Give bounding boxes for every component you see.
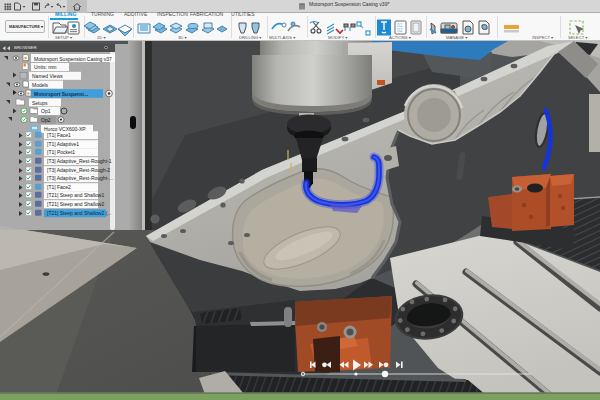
svg-text:[T21] Steep and Shallow2 (...: [T21] Steep and Shallow2 (... (47, 210, 111, 216)
svg-text:Setups: Setups (32, 100, 48, 106)
svg-text:Models: Models (32, 82, 49, 88)
svg-text:[T3] Adaptive_Rest-Rough-2: [T3] Adaptive_Rest-Rough-2 (47, 167, 110, 173)
svg-text:Motorsport Suspension Casing v: Motorsport Suspension Casing v37 (34, 56, 112, 62)
svg-text:Named Views: Named Views (32, 73, 63, 79)
svg-text:[T21] Steep and Shallow1: [T21] Steep and Shallow1 (47, 193, 104, 199)
svg-text:Motorsport Suspensi...: Motorsport Suspensi... (34, 91, 89, 97)
svg-text:[T1] Pocket1: [T1] Pocket1 (47, 150, 75, 156)
svg-text:[T21] Steep and Shallow2: [T21] Steep and Shallow2 (47, 201, 104, 207)
svg-text:[T1] Face1: [T1] Face1 (47, 133, 71, 139)
svg-text:Op1: Op1 (41, 108, 51, 114)
svg-text:[T1] Adaptive1: [T1] Adaptive1 (47, 141, 79, 147)
svg-text:02: 02 (397, 27, 403, 33)
svg-text:[T3] Adaptive_Rest-Rought-1: [T3] Adaptive_Rest-Rought-1 (47, 158, 112, 164)
svg-text:Op2: Op2 (41, 117, 51, 123)
svg-text:[T1] Face2: [T1] Face2 (47, 184, 71, 190)
svg-text:[T3] Adaptive_Rest-Rought-...: [T3] Adaptive_Rest-Rought-... (47, 176, 113, 182)
svg-text:Units: mm: Units: mm (34, 64, 57, 70)
